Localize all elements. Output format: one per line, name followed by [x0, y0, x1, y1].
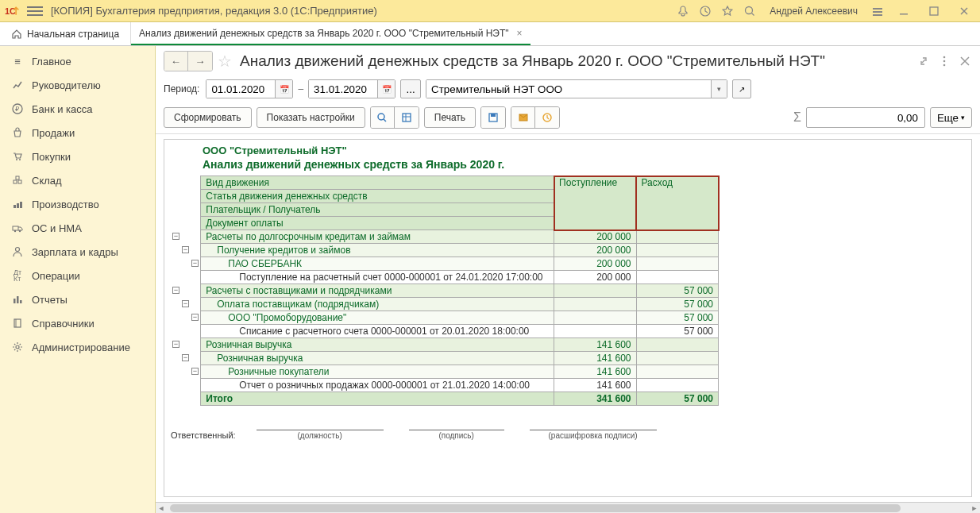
tree-collapse-icon[interactable]: −: [191, 368, 199, 375]
generate-button[interactable]: Сформировать: [164, 107, 252, 128]
home-icon: [11, 29, 22, 40]
sidebar-item-admin[interactable]: Администрирование: [0, 335, 155, 359]
date-from-input[interactable]: 📅: [206, 79, 293, 98]
tree-collapse-icon[interactable]: −: [182, 246, 189, 253]
date-from-field[interactable]: [206, 80, 275, 98]
tab-home-label: Начальная страница: [27, 29, 119, 40]
search-icon[interactable]: [743, 4, 757, 18]
period-label: Период:: [164, 83, 199, 94]
tree-collapse-icon[interactable]: −: [172, 233, 179, 240]
svg-rect-23: [17, 296, 19, 303]
nav-back-button[interactable]: ←: [164, 52, 188, 71]
table-row[interactable]: −Получение кредитов и займов200 000: [171, 244, 719, 257]
dtkt-icon: ДтКт: [11, 269, 24, 282]
table-row[interactable]: Поступление на расчетный счет 0000-00000…: [171, 271, 719, 284]
horizontal-scrollbar[interactable]: ◄►: [156, 502, 980, 513]
tree-collapse-icon[interactable]: −: [191, 260, 199, 267]
table-row[interactable]: Отчет о розничных продажах 0000-000001 о…: [171, 379, 719, 392]
save-button[interactable]: [481, 107, 505, 128]
open-external-button[interactable]: ↗: [732, 79, 751, 98]
kebab-icon[interactable]: [937, 54, 951, 68]
tree-collapse-icon[interactable]: −: [172, 341, 179, 348]
more-button[interactable]: Еще ▾: [930, 107, 972, 128]
nav-buttons: ← →: [164, 51, 213, 71]
star-icon[interactable]: [720, 4, 735, 18]
svg-rect-22: [14, 299, 16, 303]
settings-button[interactable]: [535, 107, 559, 128]
table-row[interactable]: −Расчеты с поставщиками и подрядчиками57…: [171, 284, 719, 298]
sum-field[interactable]: [806, 107, 925, 128]
table-row[interactable]: −Розничная выручка141 600: [171, 352, 719, 365]
period-select-button[interactable]: ...: [400, 79, 421, 98]
history-icon[interactable]: [698, 4, 712, 18]
sidebar-item-hr[interactable]: Зарплата и кадры: [0, 240, 155, 264]
tab-document[interactable]: Анализ движений денежных средств за Янва…: [131, 22, 530, 45]
sidebar-item-manager[interactable]: Руководителю: [0, 73, 155, 97]
table-row[interactable]: −ПАО СБЕРБАНК200 000: [171, 257, 719, 271]
factory-icon: [11, 198, 24, 210]
close-panel-icon[interactable]: [958, 54, 972, 68]
table-row[interactable]: −Розничные покупатели141 600: [171, 365, 719, 379]
tree-collapse-icon[interactable]: −: [191, 314, 199, 321]
header-in: Поступление: [554, 176, 636, 230]
expand-all-button[interactable]: [395, 107, 419, 128]
svg-rect-24: [20, 300, 22, 303]
report-area[interactable]: ООО "Стремительный НЭТ" Анализ движений …: [156, 134, 980, 502]
sidebar-item-reports[interactable]: Отчеты: [0, 287, 155, 311]
svg-rect-31: [403, 114, 411, 122]
svg-rect-5: [873, 14, 882, 16]
sidebar-item-assets[interactable]: ОС и НМА: [0, 216, 155, 240]
minimize-icon[interactable]: [893, 4, 915, 18]
close-icon[interactable]: [953, 4, 975, 18]
nav-forward-button[interactable]: →: [188, 52, 212, 71]
sidebar-item-catalogs[interactable]: Справочники: [0, 311, 155, 335]
table-row[interactable]: −ООО "Промоборудование"57 000: [171, 311, 719, 325]
sidebar-item-production[interactable]: Производство: [0, 192, 155, 216]
sidebar-item-sales[interactable]: Продажи: [0, 121, 155, 145]
tree-collapse-icon[interactable]: −: [182, 300, 189, 307]
tab-close-icon[interactable]: ×: [517, 28, 523, 39]
sidebar-item-main[interactable]: ≡Главное: [0, 49, 155, 73]
svg-rect-3: [873, 8, 882, 10]
tree-collapse-icon[interactable]: −: [182, 354, 189, 361]
table-row[interactable]: −Расчеты по долгосрочным кредитам и займ…: [171, 230, 719, 244]
print-button[interactable]: Печать: [424, 107, 476, 128]
svg-rect-14: [16, 176, 19, 179]
find-button[interactable]: [371, 107, 395, 128]
sidebar-item-bank[interactable]: ₽Банк и касса: [0, 97, 155, 121]
signature-block: Ответственный: (должность) (подпись) (ра…: [171, 430, 965, 440]
date-to-field[interactable]: [309, 80, 377, 98]
dropdown-icon[interactable]: ▾: [711, 80, 727, 98]
table-row[interactable]: Списание с расчетного счета 0000-000001 …: [171, 325, 719, 338]
date-to-input[interactable]: 📅: [308, 79, 395, 98]
svg-rect-12: [14, 180, 17, 183]
svg-point-27: [943, 56, 946, 59]
tab-document-label: Анализ движений денежных средств за Янва…: [139, 28, 508, 39]
person-icon: [11, 245, 24, 258]
table-row[interactable]: −Розничная выручка141 600: [171, 338, 719, 352]
organization-field[interactable]: [426, 80, 711, 98]
tab-home[interactable]: Начальная страница: [0, 22, 131, 45]
email-button[interactable]: [511, 107, 535, 128]
table-row[interactable]: −Оплата поставщикам (подрядчикам)57 000: [171, 298, 719, 311]
username-label[interactable]: Андрей Алексеевич: [770, 4, 858, 18]
sidebar-item-warehouse[interactable]: Склад: [0, 168, 155, 192]
calendar-icon[interactable]: 📅: [377, 80, 395, 98]
menu-icon[interactable]: [27, 3, 43, 19]
sidebar-item-purchases[interactable]: Покупки: [0, 145, 155, 168]
user-menu-icon[interactable]: [870, 4, 885, 18]
menu-lines-icon: ≡: [11, 55, 24, 68]
maximize-icon[interactable]: [923, 4, 945, 18]
favorite-star-icon[interactable]: ☆: [218, 52, 232, 71]
tree-collapse-icon[interactable]: −: [172, 287, 179, 294]
bell-icon[interactable]: [676, 4, 690, 18]
calendar-icon[interactable]: 📅: [275, 80, 292, 98]
link-icon[interactable]: [916, 54, 931, 68]
chart-up-icon: [11, 79, 24, 91]
title-bar: 1C [КОПИЯ] Бухгалтерия предприятия, реда…: [0, 0, 980, 22]
organization-select[interactable]: ▾: [426, 79, 727, 98]
sidebar: ≡Главное Руководителю ₽Банк и касса Прод…: [0, 46, 156, 513]
report-org-line: ООО "Стремительный НЭТ": [203, 145, 965, 156]
show-settings-button[interactable]: Показать настройки: [257, 107, 365, 128]
sidebar-item-operations[interactable]: ДтКтОперации: [0, 264, 155, 287]
